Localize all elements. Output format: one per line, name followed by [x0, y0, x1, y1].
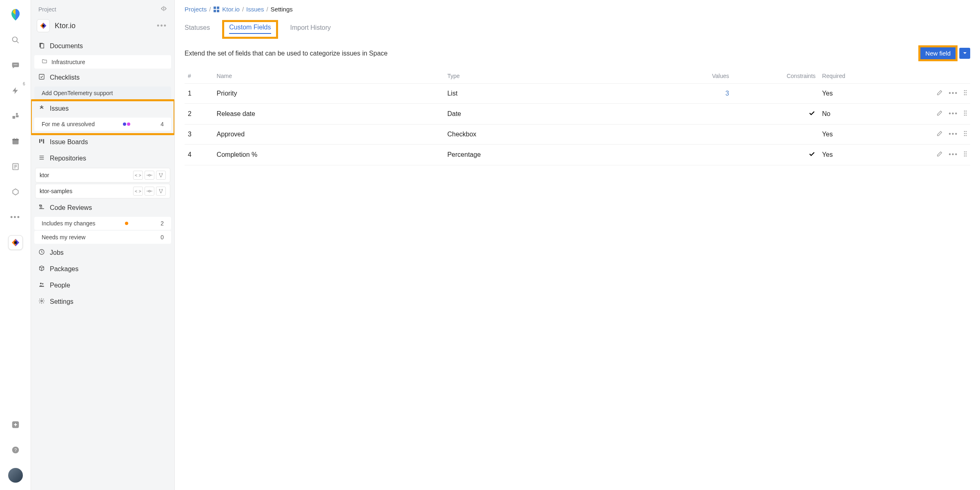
drag-handle-icon[interactable] [964, 151, 967, 159]
edit-icon[interactable] [936, 110, 943, 118]
project-menu-icon[interactable]: ••• [157, 22, 167, 30]
issues-label: Issues [50, 105, 69, 112]
svg-rect-5 [12, 116, 15, 119]
sidebar-section-checklists[interactable]: Checklists [31, 69, 174, 86]
sidebar-item-needs-review[interactable]: Needs my review 0 [34, 231, 171, 244]
sidebar-repo-ktor[interactable]: ktor < > [35, 168, 170, 183]
repo-code-icon[interactable]: < > [133, 171, 143, 180]
sidebar-section-documents[interactable]: Documents [31, 38, 174, 54]
drag-handle-icon[interactable] [964, 89, 967, 98]
more-icon[interactable]: ••• [949, 130, 958, 138]
repo-commit-icon[interactable] [145, 187, 154, 196]
sidebar-item-infrastructure[interactable]: Infrastructure [34, 55, 171, 69]
cell-name: Approved [214, 125, 444, 145]
new-field-button[interactable]: New field [920, 47, 956, 59]
table-row: 1PriorityList3Yes••• [185, 84, 970, 104]
add-icon[interactable] [8, 417, 23, 432]
sidebar-section-packages[interactable]: Packages [31, 261, 174, 277]
svg-rect-27 [40, 44, 44, 48]
svg-point-58 [964, 92, 965, 94]
breadcrumb-project[interactable]: Ktor.io [222, 6, 240, 13]
docs-icon[interactable] [8, 159, 23, 174]
sidebar-item-issues-filter[interactable]: For me & unresolved 4 [34, 118, 171, 131]
sidebar-section-settings[interactable]: Settings [31, 294, 174, 310]
repo-code-icon[interactable]: < > [133, 187, 143, 196]
sidebar-item-opentelemetry[interactable]: Add OpenTelemetry support [34, 87, 171, 100]
svg-point-66 [964, 115, 965, 116]
project-logo-icon [37, 19, 50, 32]
orange-dot-icon [125, 222, 128, 225]
repo-commit-icon[interactable] [145, 171, 154, 180]
cell-type: List [444, 84, 660, 104]
jobs-label: Jobs [50, 249, 64, 256]
breadcrumb-issues[interactable]: Issues [246, 6, 264, 13]
custom-fields-table: # Name Type Values Constraints Required … [185, 69, 970, 165]
svg-point-78 [964, 156, 965, 157]
cell-constraints [732, 125, 819, 145]
user-avatar[interactable] [8, 468, 23, 483]
jobs-icon [38, 249, 46, 257]
svg-point-56 [964, 90, 965, 91]
sidebar-section-issues[interactable]: Issues [31, 100, 174, 117]
calendar-icon[interactable] [8, 134, 23, 149]
svg-point-51 [41, 300, 42, 302]
lightning-icon[interactable]: 6 [8, 83, 23, 98]
help-icon[interactable]: ? [8, 443, 23, 457]
issues-filter-label: For me & unresolved [42, 121, 95, 127]
drag-handle-icon[interactable] [964, 110, 967, 118]
sidebar-section-people[interactable]: People [31, 277, 174, 294]
svg-point-73 [966, 135, 967, 136]
sidebar-section-code-reviews[interactable]: Code Reviews [31, 200, 174, 216]
sidebar-section-jobs[interactable]: Jobs [31, 245, 174, 261]
gear-icon [38, 298, 46, 306]
sidebar-title: Project [38, 6, 56, 13]
more-icon[interactable]: ••• [949, 89, 958, 98]
breadcrumb-project-icon [213, 6, 220, 13]
values-link[interactable]: 3 [726, 90, 729, 97]
cell-constraints [732, 104, 819, 125]
more-icon[interactable]: ••• [8, 210, 23, 225]
tab-custom-fields[interactable]: Custom Fields [229, 21, 271, 34]
svg-point-62 [964, 111, 965, 112]
more-icon[interactable]: ••• [949, 110, 958, 118]
sidebar-section-issue-boards[interactable]: Issue Boards [31, 134, 174, 150]
svg-rect-7 [16, 115, 18, 117]
search-icon[interactable] [8, 33, 23, 47]
drag-handle-icon[interactable] [964, 130, 967, 138]
edit-icon[interactable] [936, 151, 943, 159]
sidebar-repo-ktor-samples[interactable]: ktor-samples < > [35, 184, 170, 198]
checklist-item-label: Add OpenTelemetry support [42, 90, 113, 96]
folder-icon [42, 58, 48, 65]
cell-values [660, 125, 733, 145]
project-selector[interactable]: Ktor.io ••• [31, 16, 174, 38]
breadcrumb-current: Settings [271, 6, 293, 13]
edit-icon[interactable] [936, 130, 943, 138]
app-logo[interactable] [8, 7, 23, 22]
breadcrumb-projects[interactable]: Projects [185, 6, 207, 13]
hex-icon[interactable] [8, 185, 23, 199]
sidebar-section-repositories[interactable]: Repositories [31, 150, 174, 167]
more-icon[interactable]: ••• [949, 151, 958, 159]
tab-statuses[interactable]: Statuses [185, 22, 210, 34]
people-label: People [50, 282, 70, 289]
sidebar-item-includes-changes[interactable]: Includes my changes 2 [34, 217, 171, 230]
lightning-badge: 6 [23, 82, 25, 86]
svg-point-68 [964, 131, 965, 132]
people-icon [38, 281, 46, 290]
project-sidebar: Project Ktor.io ••• Documents Infrastruc… [31, 0, 175, 490]
collapse-sidebar-icon[interactable] [160, 6, 167, 13]
chevron-down-icon [963, 51, 967, 55]
chat-icon[interactable] [8, 58, 23, 73]
tab-import-history[interactable]: Import History [290, 22, 331, 34]
repo-branch-icon[interactable] [156, 187, 166, 196]
cell-index: 1 [185, 84, 214, 104]
packages-icon [38, 265, 46, 273]
checklists-label: Checklists [50, 74, 80, 81]
main-content: Projects / Ktor.io / Issues / Settings S… [175, 0, 980, 490]
edit-icon[interactable] [936, 89, 943, 98]
repo-branch-icon[interactable] [156, 171, 166, 180]
project-tile-icon[interactable] [8, 235, 23, 250]
issue-status-dots [123, 122, 130, 126]
team-icon[interactable] [8, 109, 23, 123]
new-field-dropdown-button[interactable] [959, 48, 970, 59]
